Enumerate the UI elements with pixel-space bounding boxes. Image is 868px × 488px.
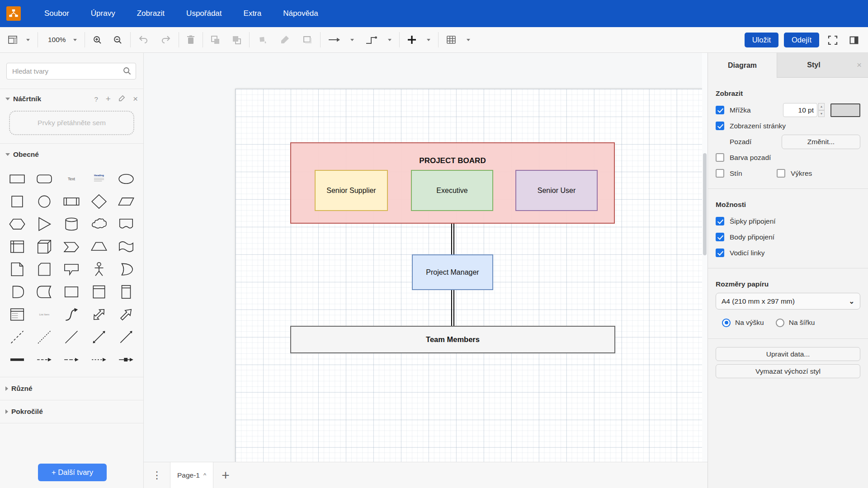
landscape-radio[interactable] xyxy=(776,319,784,327)
clear-default-style-button[interactable]: Vymazat výchozí styl xyxy=(716,364,860,378)
shape-circle[interactable] xyxy=(31,191,58,212)
menu-upravy[interactable]: Úpravy xyxy=(80,5,126,22)
help-icon[interactable]: ? xyxy=(94,95,98,103)
connection-arrow-dropdown[interactable] xyxy=(345,37,357,43)
paper-size-select[interactable]: A4 (210 mm x 297 mm) ⌄ xyxy=(716,293,860,310)
shape-heading[interactable]: Heading xyxy=(85,168,113,190)
fullscreen-icon[interactable] xyxy=(825,33,841,47)
shape-bidirectional-arrow[interactable] xyxy=(85,304,113,325)
to-front-icon[interactable] xyxy=(208,33,223,47)
shape-list-item[interactable]: List Item xyxy=(31,304,58,325)
menu-napoveda[interactable]: Nápověda xyxy=(272,5,329,22)
grid-checkbox[interactable] xyxy=(716,106,724,114)
grid-color-swatch[interactable] xyxy=(830,103,860,117)
shadow-checkbox[interactable] xyxy=(716,169,724,178)
panel-close-icon[interactable]: × xyxy=(850,53,868,78)
grid-size-input[interactable] xyxy=(783,103,817,117)
vertical-scroll-thumb[interactable] xyxy=(703,153,707,255)
close-icon[interactable]: × xyxy=(133,94,138,104)
shape-curve[interactable] xyxy=(58,304,85,325)
shape-cylinder[interactable] xyxy=(58,213,85,235)
toggle-format-panel-icon[interactable] xyxy=(846,34,862,46)
table-dropdown[interactable] xyxy=(461,37,473,43)
shape-callout[interactable] xyxy=(58,258,85,280)
waypoints-icon[interactable] xyxy=(363,33,381,46)
shape-parallelogram[interactable] xyxy=(113,191,140,212)
edge-manager-to-team[interactable] xyxy=(451,290,454,326)
more-shapes-button[interactable]: + Další tvary xyxy=(38,464,107,481)
shape-dashed-edge-2[interactable] xyxy=(58,349,85,371)
node-senior-supplier[interactable]: Senior Supplier xyxy=(315,170,388,211)
add-icon[interactable]: + xyxy=(106,94,111,104)
menu-soubor[interactable]: Soubor xyxy=(33,5,80,22)
menu-extra[interactable]: Extra xyxy=(233,5,273,22)
add-page-button[interactable]: + xyxy=(213,462,238,488)
waypoints-dropdown[interactable] xyxy=(382,37,395,43)
undo-icon[interactable] xyxy=(135,34,151,46)
sketch-checkbox[interactable] xyxy=(777,169,785,178)
grid-size-stepper[interactable]: ▲▼ xyxy=(818,103,825,117)
shape-square[interactable] xyxy=(4,191,31,212)
shape-data-storage[interactable] xyxy=(31,281,58,303)
project-board-title[interactable]: PROJECT BOARD xyxy=(290,156,615,166)
shape-or[interactable] xyxy=(113,258,140,280)
shape-trapezoid[interactable] xyxy=(85,236,113,258)
shape-hexagon[interactable] xyxy=(4,213,31,235)
to-back-icon[interactable] xyxy=(229,33,245,47)
shape-actor[interactable] xyxy=(85,258,113,280)
table-icon[interactable] xyxy=(443,33,459,46)
shape-arrow[interactable] xyxy=(113,304,140,325)
node-executive[interactable]: Executive xyxy=(411,170,493,211)
section-ruzne[interactable]: Různé xyxy=(0,377,143,400)
shape-step[interactable] xyxy=(58,236,85,258)
shape-container[interactable] xyxy=(58,281,85,303)
shape-diamond[interactable] xyxy=(85,191,113,212)
shape-text[interactable]: Text xyxy=(58,168,85,190)
page-view-checkbox[interactable] xyxy=(716,122,724,130)
change-background-button[interactable]: Změnit... xyxy=(782,135,860,149)
canvas[interactable]: PROJECT BOARD Senior Supplier Executive … xyxy=(144,53,708,488)
page-view-icon[interactable] xyxy=(5,33,21,46)
shape-vertical-container[interactable] xyxy=(85,281,113,303)
connection-arrow-icon[interactable] xyxy=(325,35,343,44)
fill-color-icon[interactable] xyxy=(254,33,270,46)
pages-menu-icon[interactable]: ⋮ xyxy=(144,462,170,488)
shape-line[interactable] xyxy=(58,326,85,348)
shape-tape[interactable] xyxy=(113,236,140,258)
shape-internal-storage[interactable] xyxy=(4,236,31,258)
shape-note[interactable] xyxy=(4,258,31,280)
scratchpad-header[interactable]: Náčrtník ? + × xyxy=(0,89,143,109)
shape-list-box[interactable] xyxy=(4,304,31,325)
canvas-vertical-scrollbar[interactable] xyxy=(702,53,708,488)
shape-triangle[interactable] xyxy=(31,213,58,235)
insert-icon[interactable] xyxy=(404,33,420,46)
shape-connector-symbol[interactable] xyxy=(113,349,140,371)
shape-dashed-edge-3[interactable] xyxy=(85,349,113,371)
tab-diagram[interactable]: Diagram xyxy=(708,53,777,78)
shape-bidirectional-connector[interactable] xyxy=(85,326,113,348)
page-tab[interactable]: Page-1 ^ xyxy=(170,462,213,488)
line-color-icon[interactable] xyxy=(277,33,293,47)
page-tab-caret-icon[interactable]: ^ xyxy=(203,472,206,479)
menu-usporadat[interactable]: Uspořádat xyxy=(175,5,232,22)
page-view-dropdown[interactable] xyxy=(21,37,33,43)
search-icon[interactable] xyxy=(123,66,132,77)
node-senior-user[interactable]: Senior User xyxy=(515,170,598,211)
background-color-checkbox[interactable] xyxy=(716,153,724,162)
delete-icon[interactable] xyxy=(184,33,198,46)
shadow-icon[interactable] xyxy=(299,33,316,46)
section-obecne[interactable]: Obecné xyxy=(0,144,143,165)
zoom-dropdown[interactable] xyxy=(68,37,80,43)
shape-link[interactable] xyxy=(4,349,31,371)
shape-card[interactable] xyxy=(31,258,58,280)
shape-list[interactable] xyxy=(113,281,140,303)
zoom-in-icon[interactable] xyxy=(90,33,105,47)
menu-zobrazit[interactable]: Zobrazit xyxy=(126,5,175,22)
zoom-out-icon[interactable] xyxy=(110,33,126,47)
shape-process[interactable] xyxy=(58,191,85,212)
connection-arrows-checkbox[interactable] xyxy=(716,217,724,225)
zoom-level[interactable]: 100% xyxy=(42,36,68,44)
shape-rounded-rectangle[interactable] xyxy=(31,168,58,190)
shape-cloud[interactable] xyxy=(85,213,113,235)
shape-and[interactable] xyxy=(4,281,31,303)
